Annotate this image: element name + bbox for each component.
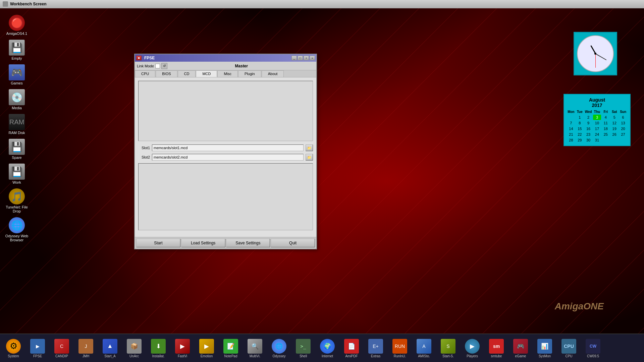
slot2-browse-button[interactable]: 📁 [306,154,313,161]
taskbar-sysmon[interactable]: 📊 SysMon [533,335,556,361]
icon-empty[interactable]: 💾 Empty [2,38,32,62]
fpse-window: ■ FPSE _ □ + × Link Mode ↺ Master CPU BI… [134,54,317,249]
taskbar-notepad[interactable]: 📝 NotePad [219,335,243,361]
slot2-input[interactable] [152,154,304,161]
toolbar-refresh-button[interactable]: ↺ [161,63,167,69]
taskbar-start-a-label: Start_A [104,354,115,358]
cal-day-15[interactable]: 15 [576,126,584,131]
taskbar-cw[interactable]: CW CW09.5 [581,335,605,361]
taskbar-candip[interactable]: C CANDIP [50,335,73,361]
taskbar-start-a[interactable]: ▲ Start_A [98,335,122,361]
cal-day-22[interactable]: 22 [576,132,584,137]
taskbar-installat[interactable]: ⬇ Installat. [147,335,170,361]
window-zoom-button[interactable]: + [304,56,309,60]
taskbar-fastvi[interactable]: ▶ FastVi [171,335,194,361]
icon-work[interactable]: 💾 Work [2,162,32,186]
bg-decoration [0,0,644,362]
cal-day-21[interactable]: 21 [567,132,575,137]
tab-misc[interactable]: Misc [217,70,238,77]
cal-day-28[interactable]: 28 [567,137,575,143]
taskbar-internet[interactable]: 🌍 Internet [316,335,339,361]
window-minimize-button[interactable]: _ [291,56,297,60]
taskbar-shell[interactable]: >_ Shell [291,335,315,361]
cal-day-6[interactable]: 6 [619,115,627,120]
window-close-btn2[interactable]: × [310,56,315,60]
cal-day-8[interactable]: 8 [576,120,584,126]
cal-day-23[interactable]: 23 [584,132,593,137]
taskbar-fpse-label: FPSE [33,354,42,358]
workbench-titlebar: Workbench Screen [0,0,644,8]
tab-mcd[interactable]: MCD [196,70,217,77]
cal-day-19[interactable]: 19 [610,126,619,131]
cal-day-2[interactable]: 2 [584,115,593,120]
odyssey-taskbar-icon: 🌐 [272,339,286,354]
taskbar-system[interactable]: ⚙ System [2,335,25,361]
cal-day-27[interactable]: 27 [619,132,627,137]
cal-day-25[interactable]: 25 [601,132,610,137]
cal-day-7[interactable]: 7 [567,120,575,126]
taskbar-players[interactable]: ▶ Players [461,335,484,361]
slot1-browse-button[interactable]: 📁 [306,144,313,151]
cal-day-5[interactable]: 5 [610,115,619,120]
taskbar-extras-label: Extras [371,354,380,358]
taskbar-fpse[interactable]: ▶ FPSE [26,335,49,361]
taskbar-amipdf[interactable]: 📄 AmiPDF [340,335,363,361]
cal-day-4[interactable]: 4 [601,115,610,120]
icon-amigaos-label: AmigaOS4.1 [6,32,27,36]
taskbar-egame[interactable]: 🎮 eGame [509,335,532,361]
cal-day-3[interactable]: 3 [593,115,601,120]
load-settings-button[interactable]: Load Settings [181,239,225,247]
tunenet-icon-img: 🎵 [9,188,25,204]
shell-icon: >_ [296,339,311,354]
cal-day-18[interactable]: 18 [601,126,610,131]
icon-games[interactable]: 🎮 Games [2,63,32,86]
cal-day-24[interactable]: 24 [593,132,601,137]
tab-cd[interactable]: CD [178,70,196,77]
taskbar-cpu[interactable]: CPU CPU [557,335,581,361]
cal-day-29[interactable]: 29 [576,137,584,143]
cal-day-30[interactable]: 30 [584,137,593,143]
cal-day-26[interactable]: 26 [610,132,619,137]
taskbar-multivi[interactable]: 🔍 MultiVi. [243,335,267,361]
taskbar-amisto[interactable]: A AMISto. [412,335,436,361]
cal-day-13[interactable]: 13 [619,120,627,126]
cal-day-11[interactable]: 11 [601,120,610,126]
cal-day-31[interactable]: 31 [593,137,601,143]
taskbar-starts[interactable]: S Start-S. [436,335,460,361]
candip-icon: C [54,339,69,354]
cal-day-10[interactable]: 10 [593,120,601,126]
taskbar-odyssey[interactable]: 🌐 Odyssey [267,335,291,361]
tab-cpu[interactable]: CPU [135,70,155,77]
icon-media[interactable]: 💿 Media [2,88,32,111]
cal-day-17[interactable]: 17 [593,126,601,131]
taskbar-jmh[interactable]: J JMH [74,335,98,361]
slot1-input[interactable] [152,144,304,151]
icon-ramdisk[interactable]: RAM RAM Disk [2,113,32,136]
icon-odyssey[interactable]: 🌐 Odyssey Web Browser [2,216,32,243]
cal-day-16[interactable]: 16 [584,126,593,131]
cal-day-20[interactable]: 20 [619,126,627,131]
cal-day-12[interactable]: 12 [610,120,619,126]
cal-day-14[interactable]: 14 [567,126,575,131]
save-settings-button[interactable]: Save Settings [226,239,270,247]
icon-amigaos[interactable]: 🔴 AmigaOS4.1 [2,13,32,37]
taskbar-unarc[interactable]: 📦 UnArc [122,335,146,361]
icon-spare[interactable]: 💾 Spare [2,137,32,161]
taskbar-extras[interactable]: E+ Extras [364,335,387,361]
tab-plugin[interactable]: Plugin [238,70,261,77]
start-button[interactable]: Start [136,239,180,247]
cal-day-9[interactable]: 9 [584,120,593,126]
taskbar-runinu[interactable]: RUN RunInU. [388,335,412,361]
tab-about[interactable]: About [262,70,284,77]
taskbar-smtube[interactable]: sm smtube [485,335,508,361]
cal-day-1[interactable]: 1 [576,115,584,120]
clock-widget [574,32,617,75]
window-close-button[interactable]: ■ [136,56,142,60]
quit-button[interactable]: Quit [271,239,315,247]
taskbar-emotion[interactable]: ▶ Emotion [195,335,218,361]
tab-bios[interactable]: BIOS [156,70,177,77]
icon-tunenet[interactable]: 🎵 TuneNet: File Drop [2,187,32,215]
window-maximize-button[interactable]: □ [298,56,303,60]
icon-odyssey-label: Odyssey Web Browser [3,234,31,242]
link-mode-checkbox[interactable] [155,64,160,68]
